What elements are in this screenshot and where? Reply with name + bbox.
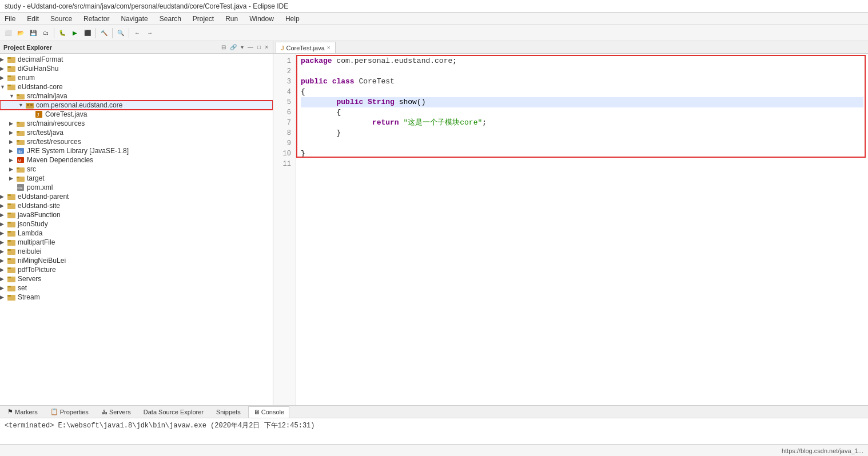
tree-item-diGuiHanShu[interactable]: ▶diGuiHanShu [0, 64, 273, 73]
menu-item-file[interactable]: File [2, 14, 18, 23]
tree-item-src-main-resources[interactable]: ▶src/main/resources [0, 119, 273, 128]
run-btn[interactable]: ▶ [69, 27, 81, 39]
tree-item-CoreTest.java[interactable]: JCoreTest.java [0, 110, 273, 119]
tree-arrow-neibulei[interactable]: ▶ [0, 249, 7, 254]
tree-arrow-Servers[interactable]: ▶ [0, 276, 7, 282]
bottom-tab-label-console: Console [261, 409, 284, 415]
menu-item-help[interactable]: Help [283, 14, 302, 23]
bottom-tab-servers[interactable]: 🖧 Servers [96, 406, 136, 418]
tree-arrow-com.personal.eudstand.core[interactable]: ▼ [18, 102, 25, 108]
tree-item-src-test-java[interactable]: ▶src/test/java [0, 128, 273, 137]
maximize-btn[interactable]: □ [256, 43, 262, 51]
menu-item-navigate[interactable]: Navigate [118, 14, 150, 23]
tree-item-maven-deps[interactable]: ▶MMaven Dependencies [0, 155, 273, 165]
menu-item-refactor[interactable]: Refactor [81, 14, 112, 23]
minimize-btn[interactable]: — [246, 43, 254, 51]
save-all-btn[interactable]: 🗂 [40, 27, 51, 39]
tree-item-niMingNeiBuLei[interactable]: ▶niMingNeiBuLei [0, 256, 273, 265]
tree-arrow-Stream[interactable]: ▶ [0, 294, 7, 300]
tree-item-enum[interactable]: ▶enum [0, 73, 273, 82]
menu-item-edit[interactable]: Edit [25, 14, 41, 23]
tree-label-neibulei: neibulei [18, 247, 41, 255]
menu-item-window[interactable]: Window [247, 14, 276, 23]
bottom-tab-properties[interactable]: 📋 Properties [45, 406, 94, 418]
tree-item-multipartFile[interactable]: ▶multipartFile [0, 238, 273, 247]
menu-item-project[interactable]: Project [190, 14, 216, 23]
tree-arrow-Lambda[interactable]: ▶ [0, 230, 7, 236]
bottom-tab-console[interactable]: 🖥 Console [248, 406, 289, 418]
tree-arrow-multipartFile[interactable]: ▶ [0, 239, 7, 245]
view-menu-btn[interactable]: ▾ [240, 43, 245, 51]
tree-item-pdfToPicture[interactable]: ▶pdfToPicture [0, 265, 273, 274]
debug-btn[interactable]: 🐛 [57, 27, 68, 39]
back-btn[interactable]: ← [132, 27, 143, 39]
tree-item-jre[interactable]: ▶libJRE System Library [JavaSE-1.8] [0, 146, 273, 155]
tree-arrow-src-main-resources[interactable]: ▶ [9, 121, 16, 126]
tree-arrow-eUdstand-core[interactable]: ▼ [0, 84, 7, 90]
save-btn[interactable]: 💾 [27, 27, 39, 39]
tree-arrow-pdfToPicture[interactable]: ▶ [0, 267, 7, 273]
collapse-all-btn[interactable]: ⊟ [220, 43, 227, 51]
tree-arrow-src-test-resources[interactable]: ▶ [9, 139, 16, 145]
link-btn[interactable]: 🔗 [229, 43, 238, 51]
menu-item-run[interactable]: Run [223, 14, 240, 23]
tree-arrow-src-main-java[interactable]: ▼ [9, 93, 16, 99]
forward-btn[interactable]: → [144, 27, 156, 39]
build-btn[interactable]: 🔨 [98, 27, 110, 39]
bottom-tab-markers[interactable]: ⚑ Markers [2, 406, 43, 418]
tree-item-Servers[interactable]: ▶Servers [0, 274, 273, 283]
line-number-11: 11 [276, 159, 291, 169]
code-line-3: public class CoreTest [301, 77, 863, 87]
editor-tab-cortest[interactable]: J CoreTest.java × [276, 42, 336, 53]
tree-item-pom.xml[interactable]: xmlpom.xml [0, 183, 273, 192]
stop-btn[interactable]: ⬛ [82, 27, 93, 39]
new-btn[interactable]: ⬜ [2, 27, 14, 39]
tree-arrow-eUdstand-site[interactable]: ▶ [0, 203, 7, 209]
tree-item-eUdstand-parent[interactable]: ▶eUdstand-parent [0, 192, 273, 201]
svg-rect-18 [17, 131, 19, 133]
bottom-tab-data-source-explorer[interactable]: Data Source Explorer [138, 406, 209, 418]
tree-item-target[interactable]: ▶target [0, 174, 273, 183]
tree-item-neibulei[interactable]: ▶neibulei [0, 247, 273, 256]
tree-item-src[interactable]: ▶src [0, 165, 273, 174]
tree-arrow-target[interactable]: ▶ [9, 175, 16, 181]
tree-arrow-niMingNeiBuLei[interactable]: ▶ [0, 258, 7, 263]
menu-item-source[interactable]: Source [48, 14, 74, 23]
tree-arrow-java8Function[interactable]: ▶ [0, 212, 7, 218]
bottom-tab-snippets[interactable]: Snippets [211, 406, 246, 418]
tab-close-btn[interactable]: × [327, 45, 331, 51]
tree-item-src-main-java[interactable]: ▼src/main/java [0, 91, 273, 101]
tree-item-eUdstand-core[interactable]: ▼eUdstand-core [0, 82, 273, 91]
svg-rect-11 [27, 104, 29, 106]
tree-arrow-src-test-java[interactable]: ▶ [9, 130, 16, 135]
tree-arrow-enum[interactable]: ▶ [0, 75, 7, 81]
tree-item-com.personal.eudstand.core[interactable]: ▼com.personal.eudstand.core [0, 101, 273, 110]
tree-item-Stream[interactable]: ▶Stream [0, 293, 273, 302]
tree-item-src-test-resources[interactable]: ▶src/test/resources [0, 137, 273, 146]
close-panel-btn[interactable]: × [264, 43, 269, 51]
tree-area[interactable]: ▶decimalFormat▶diGuiHanShu▶enum▼eUdstand… [0, 54, 273, 405]
tree-item-Lambda[interactable]: ▶Lambda [0, 229, 273, 238]
tree-arrow-src[interactable]: ▶ [9, 166, 16, 172]
tree-item-set[interactable]: ▶set [0, 283, 273, 293]
tree-arrow-eUdstand-parent[interactable]: ▶ [0, 194, 7, 199]
svg-text:J: J [37, 112, 39, 118]
tree-item-decimalFormat[interactable]: ▶decimalFormat [0, 55, 273, 64]
tree-arrow-maven-deps[interactable]: ▶ [9, 157, 16, 163]
tree-arrow-jre[interactable]: ▶ [9, 148, 16, 154]
tree-item-java8Function[interactable]: ▶java8Function [0, 210, 273, 219]
tree-arrow-set[interactable]: ▶ [0, 285, 7, 291]
svg-rect-10 [26, 103, 34, 109]
menu-item-search[interactable]: Search [157, 14, 184, 23]
search-btn[interactable]: 🔍 [115, 27, 126, 39]
tree-item-jsonStudy[interactable]: ▶jsonStudy [0, 219, 273, 229]
code-content[interactable]: package com.personal.eudstand.core; publ… [296, 54, 868, 405]
tree-arrow-jsonStudy[interactable]: ▶ [0, 221, 7, 227]
tree-arrow-decimalFormat[interactable]: ▶ [0, 57, 7, 62]
tree-item-eUdstand-site[interactable]: ▶eUdstand-site [0, 201, 273, 210]
open-btn[interactable]: 📂 [15, 27, 26, 39]
tree-arrow-diGuiHanShu[interactable]: ▶ [0, 66, 7, 71]
code-line-6: { [301, 107, 863, 118]
editor-area[interactable]: 1234567891011 package com.personal.eudst… [273, 54, 868, 405]
sep3 [112, 28, 113, 38]
